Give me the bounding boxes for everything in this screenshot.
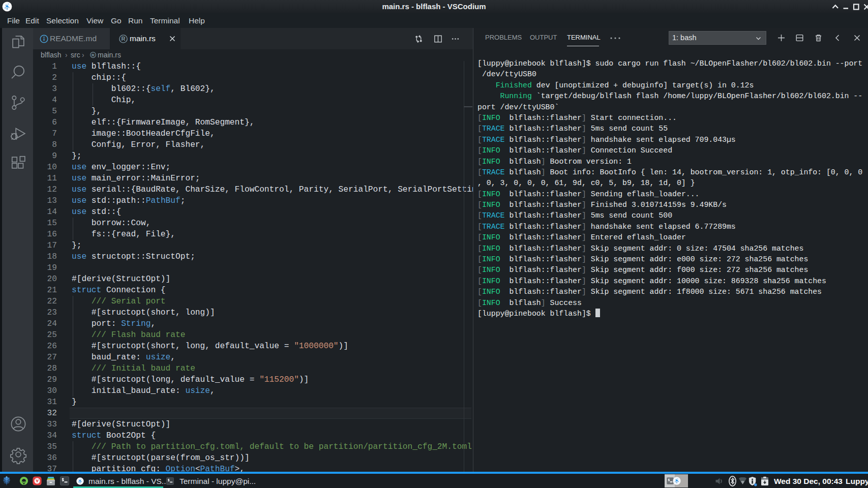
svg-text:R: R: [122, 36, 126, 42]
svg-text:R: R: [92, 53, 95, 57]
